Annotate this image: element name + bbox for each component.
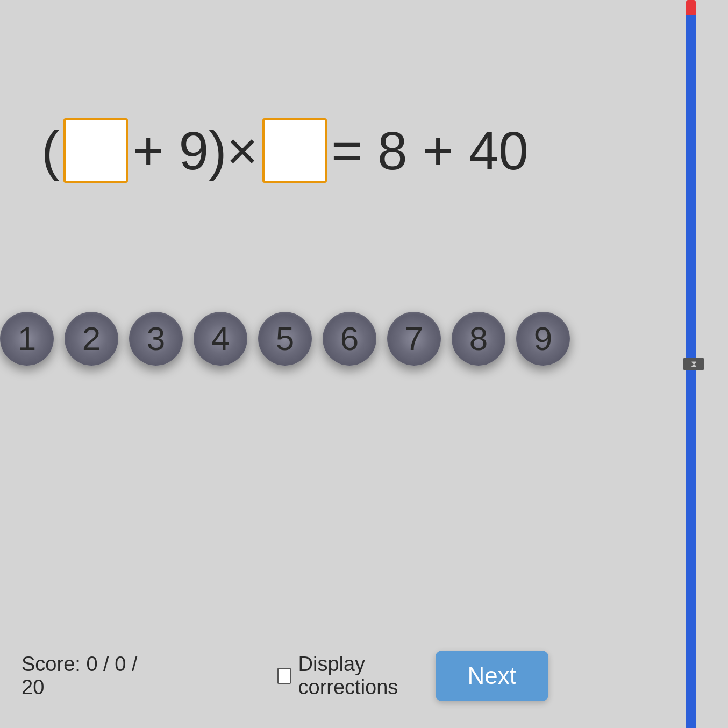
timer-handle[interactable] — [683, 358, 704, 370]
equation-box1[interactable] — [63, 118, 128, 183]
equation-part1: ( — [41, 124, 59, 177]
number-btn-5[interactable]: 5 — [258, 312, 312, 366]
display-corrections-label: Display corrections — [298, 653, 436, 699]
number-btn-3[interactable]: 3 — [129, 312, 183, 366]
number-btn-8[interactable]: 8 — [452, 312, 505, 366]
timer-red — [686, 0, 696, 15]
number-btn-2[interactable]: 2 — [65, 312, 118, 366]
number-btn-7[interactable]: 7 — [387, 312, 441, 366]
timer-blue — [686, 15, 696, 728]
next-button[interactable]: Next — [436, 651, 548, 701]
equation-area: ( + 9)× = 8 + 40 — [41, 118, 529, 183]
number-btn-9[interactable]: 9 — [516, 312, 570, 366]
number-btn-1[interactable]: 1 — [0, 312, 54, 366]
main-content: ( + 9)× = 8 + 40 1 2 3 4 5 6 7 8 — [0, 0, 570, 728]
number-btn-6[interactable]: 6 — [323, 312, 376, 366]
number-btn-4[interactable]: 4 — [194, 312, 247, 366]
bottom-bar: Score: 0 / 0 / 20 Display corrections Ne… — [0, 651, 570, 701]
checkbox-area: Display corrections — [277, 653, 436, 699]
equation-part3: = 8 + 40 — [331, 124, 529, 177]
number-pad: 1 2 3 4 5 6 7 8 9 — [0, 312, 570, 366]
score-text: Score: 0 / 0 / 20 — [22, 653, 138, 699]
equation-part2: + 9)× — [132, 124, 258, 177]
equation-box2[interactable] — [262, 118, 327, 183]
display-corrections-checkbox[interactable] — [277, 668, 291, 684]
